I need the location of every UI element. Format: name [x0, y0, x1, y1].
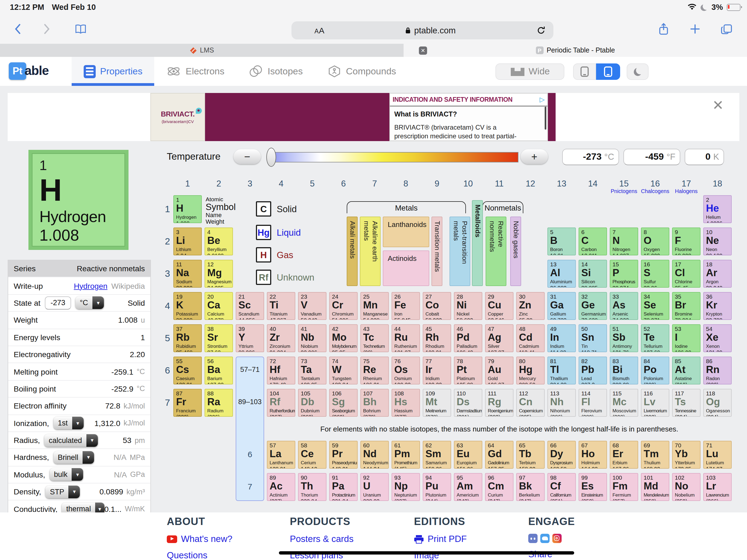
element-cell-lr[interactable]: 103LrLawrencium(266)	[703, 473, 732, 501]
tab-close-icon[interactable]: ✕	[419, 46, 427, 54]
element-cell-pu[interactable]: 94PuPlutonium(244)	[423, 473, 451, 501]
element-cell-ti[interactable]: 22TiTitanium47.867	[267, 292, 295, 320]
print-pdf-link[interactable]: Print PDF	[414, 534, 467, 544]
element-cell-tl[interactable]: 81TlThallium204.38	[547, 357, 576, 384]
element-cell-lv[interactable]: 116LvLivermorium(293)	[641, 389, 669, 417]
layout-compact-button[interactable]	[573, 63, 596, 80]
share-button[interactable]	[656, 14, 670, 44]
element-cell-ds[interactable]: 110DsDarmstadtium(281)	[454, 389, 482, 417]
element-cell-rn[interactable]: 86RnRadon(222)	[703, 357, 732, 384]
element-cell-ac[interactable]: 89AcActinium(227)	[267, 473, 295, 501]
element-cell-os[interactable]: 76OsOsmium190.23	[391, 357, 420, 384]
discord-icon[interactable]	[528, 534, 538, 543]
wide-layout-button[interactable]: Wide	[495, 63, 564, 80]
element-cell-yb[interactable]: 70YbYtterbium173.05	[672, 441, 700, 469]
adchoices-icon[interactable]: ▷	[540, 96, 545, 103]
element-cell-pr[interactable]: 59PrPraseodymium140.91	[329, 441, 358, 469]
element-cell-nh[interactable]: 113NhNihonium(286)	[547, 389, 576, 417]
element-cell-cf[interactable]: 98CfCalifornium(251)	[547, 473, 576, 501]
hydrogen-wikipedia-link[interactable]: Hydrogen	[74, 281, 107, 290]
element-cell-pm[interactable]: 61PmPromethium(145)	[391, 441, 420, 469]
home-indicator[interactable]	[279, 551, 574, 555]
element-cell-og[interactable]: 118OgOganesson(294)	[703, 389, 732, 417]
element-cell-db[interactable]: 105DbDubnium(268)	[298, 389, 327, 417]
element-cell-ir[interactable]: 77IrIridium192.22	[423, 357, 451, 384]
tab-compounds[interactable]: Compounds	[315, 57, 408, 86]
element-cell-co[interactable]: 27CoCobalt58.933	[423, 292, 451, 320]
element-cell-sb[interactable]: 51SbAntimony121.76	[610, 324, 638, 352]
element-cell-br[interactable]: 35BrBromine79.904	[672, 292, 700, 320]
element-cell-pb[interactable]: 82PbLead207.2	[578, 357, 607, 384]
element-cell-ce[interactable]: 58CeCerium140.12	[298, 441, 327, 469]
state-unit-select[interactable]: °C▼	[75, 297, 104, 309]
element-cell-tm[interactable]: 69TmThulium168.93	[641, 441, 669, 469]
ptable-logo[interactable]: Ptable	[9, 62, 49, 80]
element-cell-sn[interactable]: 50SnTin118.71	[578, 324, 607, 352]
element-cell-lu[interactable]: 71LuLutetium174.97	[703, 441, 732, 469]
element-cell-md[interactable]: 101MdMendelevium(258)	[641, 473, 669, 501]
element-cell-sr[interactable]: 38SrStrontium87.62	[205, 324, 233, 352]
element-cell-rb[interactable]: 37RbRubidium85.468	[173, 324, 202, 352]
celsius-input[interactable]: -273°C	[562, 149, 619, 165]
element-cell-sg[interactable]: 106SgSeaborgium(269)	[329, 389, 358, 417]
element-cell-sc[interactable]: 21ScScandium44.956	[236, 292, 264, 320]
element-cell-hg[interactable]: 80HgMercury200.59	[516, 357, 545, 384]
element-cell-re[interactable]: 75ReRhenium186.21	[360, 357, 389, 384]
element-cell-zr[interactable]: 40ZrZirconium91.224	[267, 324, 295, 352]
back-button[interactable]	[11, 14, 24, 44]
element-cell-ga[interactable]: 31GaGallium69.723	[547, 292, 576, 320]
address-bar[interactable]: AA ptable.com	[291, 21, 553, 40]
element-cell-rg[interactable]: 111RgRoentgenium(282)	[485, 389, 514, 417]
element-cell-gd[interactable]: 64GdGadolinium157.25	[485, 441, 514, 469]
element-cell-ho[interactable]: 67HoHolmium164.93	[578, 441, 607, 469]
element-cell-u[interactable]: 92UUranium238.03	[360, 473, 389, 501]
element-cell-cd[interactable]: 48CdCadmium112.41	[516, 324, 545, 352]
element-cell-at[interactable]: 85AtAstatine(210)	[672, 357, 700, 384]
element-cell-mo[interactable]: 42MoMolybdenum95.95	[329, 324, 358, 352]
temperature-plus-button[interactable]: +	[521, 149, 548, 164]
element-cell-pd[interactable]: 46PdPalladium106.42	[454, 324, 482, 352]
modulus-select[interactable]: bulk▼	[50, 468, 83, 481]
element-cell-bi[interactable]: 83BiBismuth208.98	[610, 357, 638, 384]
element-cell-sm[interactable]: 62SmSamarium150.36	[423, 441, 451, 469]
whats-new-link[interactable]: What's new?	[167, 534, 232, 544]
refresh-button[interactable]	[537, 26, 546, 35]
new-tab-button[interactable]	[689, 14, 702, 44]
element-cell-ru[interactable]: 44RuRuthenium101.07	[391, 324, 420, 352]
element-cell-xe[interactable]: 54XeXenon131.29	[703, 324, 732, 352]
ad-info-panel[interactable]: INDICATION AND SAFETY INFORMATION ▷ What…	[389, 93, 548, 141]
element-cell-ge[interactable]: 32GeGermanium72.630	[578, 292, 607, 320]
questions-link[interactable]: Questions	[167, 550, 232, 560]
element-cell-ts[interactable]: 117TsTennessine(294)	[672, 389, 700, 417]
bookmarks-button[interactable]	[73, 14, 87, 44]
element-cell-na[interactable]: 11NaSodium22.990	[173, 260, 202, 288]
element-cell-pt[interactable]: 78PtPlatinum195.08	[454, 357, 482, 384]
element-cell-rf[interactable]: 104RfRutherfordium(267)	[267, 389, 295, 417]
element-cell-v[interactable]: 23VVanadium50.942	[298, 292, 327, 320]
element-cell-cm[interactable]: 96CmCurium(247)	[485, 473, 514, 501]
forward-button[interactable]	[41, 14, 54, 44]
element-cell-i[interactable]: 53IIodine126.90	[672, 324, 700, 352]
element-cell-er[interactable]: 68ErErbium167.26	[610, 441, 638, 469]
element-cell-fl[interactable]: 114FlFlerovium(289)	[578, 389, 607, 417]
element-cell-in[interactable]: 49InIndium114.82	[547, 324, 576, 352]
element-cell-hs[interactable]: 108HsHassium(277)	[391, 389, 420, 417]
element-cell-be[interactable]: 4BeBeryllium9.0122	[205, 228, 233, 255]
tabs-overview-button[interactable]	[719, 14, 733, 44]
ad-brand-panel[interactable]: BRIVIACT. (brivaracetam)CV	[150, 93, 205, 141]
element-cell-he[interactable]: 2HeHelium4.0026	[703, 195, 732, 223]
layout-split-button[interactable]	[596, 63, 620, 80]
element-cell-no[interactable]: 102NoNobelium(259)	[672, 473, 700, 501]
element-cell-es[interactable]: 99EsEinsteinium(252)	[578, 473, 607, 501]
element-cell-se[interactable]: 34SeSelenium78.971	[641, 292, 669, 320]
element-cell-pa[interactable]: 91PaProtactinium231.04	[329, 473, 358, 501]
radius-select[interactable]: calculated▼	[44, 434, 98, 447]
element-cell-s[interactable]: 16SSulfur32.06	[641, 260, 669, 288]
element-cell-ca[interactable]: 20CaCalcium40.078	[205, 292, 233, 320]
dark-mode-button[interactable]	[627, 63, 649, 80]
element-cell-te[interactable]: 52TeTellurium127.60	[641, 324, 669, 352]
element-cell-cs[interactable]: 55CsCaesium132.91	[173, 357, 202, 384]
reader-aa-button[interactable]: AA	[314, 26, 325, 35]
element-cell-ne[interactable]: 10NeNeon20.180	[703, 228, 732, 255]
kelvin-input[interactable]: 0K	[685, 149, 724, 165]
